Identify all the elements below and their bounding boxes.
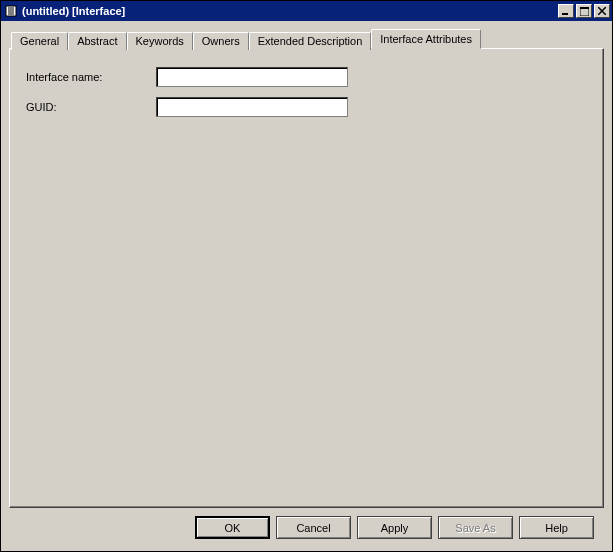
guid-input[interactable] <box>156 97 348 117</box>
close-button[interactable] <box>594 4 610 18</box>
tab-owners[interactable]: Owners <box>193 32 249 50</box>
cancel-button[interactable]: Cancel <box>276 516 351 539</box>
interface-name-input[interactable] <box>156 67 348 87</box>
tab-strip: General Abstract Keywords Owners Extende… <box>9 29 604 49</box>
apply-button[interactable]: Apply <box>357 516 432 539</box>
tab-control: General Abstract Keywords Owners Extende… <box>9 29 604 508</box>
window-title: (untitled) [Interface] <box>22 5 556 17</box>
window: (untitled) [Interface] General Abstract … <box>0 0 613 552</box>
svg-rect-5 <box>562 13 568 15</box>
client-area: General Abstract Keywords Owners Extende… <box>1 21 612 551</box>
tab-general[interactable]: General <box>11 32 68 50</box>
maximize-button[interactable] <box>576 4 592 18</box>
minimize-button[interactable] <box>558 4 574 18</box>
svg-rect-7 <box>580 7 589 9</box>
interface-name-row: Interface name: <box>26 67 587 87</box>
ok-button[interactable]: OK <box>195 516 270 539</box>
app-icon <box>4 4 18 18</box>
titlebar: (untitled) [Interface] <box>1 1 612 21</box>
dialog-buttons: OK Cancel Apply Save As Help <box>9 508 604 551</box>
save-as-button[interactable]: Save As <box>438 516 513 539</box>
guid-row: GUID: <box>26 97 587 117</box>
tab-keywords[interactable]: Keywords <box>127 32 193 50</box>
guid-label: GUID: <box>26 101 156 113</box>
help-button[interactable]: Help <box>519 516 594 539</box>
tab-abstract[interactable]: Abstract <box>68 32 126 50</box>
tab-extended-description[interactable]: Extended Description <box>249 32 372 50</box>
tab-interface-attributes[interactable]: Interface Attributes <box>371 29 481 49</box>
tab-panel-interface-attributes: Interface name: GUID: <box>9 48 604 508</box>
interface-name-label: Interface name: <box>26 71 156 83</box>
